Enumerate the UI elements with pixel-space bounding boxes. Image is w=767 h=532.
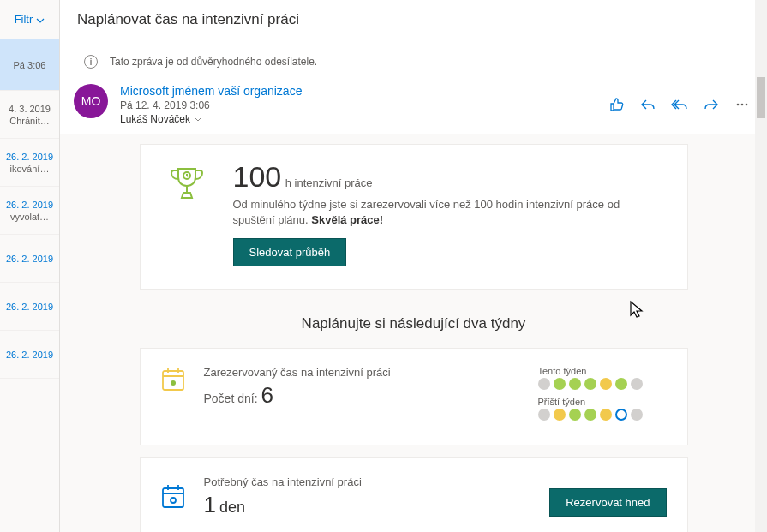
days-label: Počet dní: [204,392,258,405]
next-week-dots [538,409,667,421]
message-date: 26. 2. 2019 [3,152,56,162]
trophy-icon [163,160,211,212]
recipient-name: Lukáš Nováček [120,113,190,125]
message-actions [609,84,750,125]
needed-count: 1 [204,492,216,518]
next-week-label: Příští týden [538,397,667,407]
avatar: MO [74,84,108,118]
reply-icon[interactable] [640,98,656,111]
achievement-card: 100 h intenzivní práce Od minulého týdne… [140,144,688,290]
needed-unit: den [219,499,245,517]
message-date: Pá 3:06 [3,60,56,70]
message-list-item[interactable]: 26. 2. 2019 [0,331,59,379]
vertical-scrollbar[interactable] [755,0,767,532]
chevron-down-icon [36,16,45,25]
svg-point-0 [737,104,740,106]
message-preview: vyvolat… [3,212,56,222]
message-preview: Chránit… [3,116,56,126]
message-list-item[interactable]: 26. 2. 2019 vyvolat… [0,187,59,235]
calendar-booked-icon [161,366,185,393]
message-preview: ikování… [3,164,56,174]
sent-date: Pá 12. 4. 2019 3:06 [120,99,597,111]
trusted-sender-banner: i Tato zpráva je od důvěryhodného odesíl… [74,48,753,75]
message-date: 26. 2. 2019 [3,200,56,210]
needed-time-card: Potřebný čas na intenzivní práci 1 den R… [140,457,688,532]
recipient-row[interactable]: Lukáš Nováček [120,113,597,125]
trusted-sender-text: Tato zpráva je od důvěryhodného odesílat… [110,56,317,68]
filter-label: Filtr [15,13,33,26]
svg-point-2 [746,104,748,106]
reply-all-icon[interactable] [671,98,688,111]
more-actions-icon[interactable] [734,98,750,111]
svg-point-5 [171,380,176,386]
message-list-item[interactable]: 4. 3. 2019 Chránit… [0,91,59,139]
message-list-item[interactable]: 26. 2. 2019 ikování… [0,139,59,187]
message-date: 26. 2. 2019 [3,350,56,360]
message-header: MO Microsoft jménem vaší organizace Pá 1… [60,75,767,134]
calendar-needed-icon [161,483,185,511]
email-body-scroll[interactable]: 100 h intenzivní práce Od minulého týdne… [60,134,767,532]
sender-name[interactable]: Microsoft jménem vaší organizace [120,84,597,98]
this-week-label: Tento týden [538,366,667,376]
message-list-item[interactable]: 26. 2. 2019 [0,283,59,331]
message-list-item[interactable]: Pá 3:06 [0,39,59,91]
email-subject: Naplánovat čas na intenzivní práci [60,0,767,39]
svg-point-7 [171,498,176,503]
this-week-dots [538,378,667,390]
chevron-down-icon [194,116,202,123]
track-progress-button[interactable]: Sledovat průběh [233,238,347,266]
forward-icon[interactable] [704,98,719,111]
needed-label: Potřebný čas na intenzivní práci [204,475,519,488]
plan-section-title: Naplánujte si následující dva týdny [140,315,688,332]
book-now-button[interactable]: Rezervovat hned [549,488,666,517]
filter-dropdown[interactable]: Filtr [0,0,59,39]
reading-pane: Naplánovat čas na intenzivní práci i Tat… [60,0,767,532]
scroll-thumb[interactable] [757,77,765,118]
message-list-item[interactable]: 26. 2. 2019 [0,235,59,283]
info-icon: i [84,55,98,69]
hero-description-bold: Skvělá práce! [311,213,383,226]
svg-point-1 [741,104,744,106]
message-date: 26. 2. 2019 [3,254,56,264]
like-icon[interactable] [609,97,625,112]
booked-time-card: Zarezervovaný čas na intenzivní práci Po… [140,348,688,445]
hours-count: 100 [233,160,282,193]
message-date: 26. 2. 2019 [3,302,56,312]
hero-description: Od minulého týdne jste si zarezervovali … [233,198,620,226]
message-list-sidebar: Filtr Pá 3:06 4. 3. 2019 Chránit… 26. 2.… [0,0,60,532]
hours-suffix: h intenzivní práce [285,176,373,189]
days-count: 6 [261,382,273,409]
booked-label: Zarezervovaný čas na intenzivní práci [204,366,519,379]
message-date: 4. 3. 2019 [3,104,56,114]
